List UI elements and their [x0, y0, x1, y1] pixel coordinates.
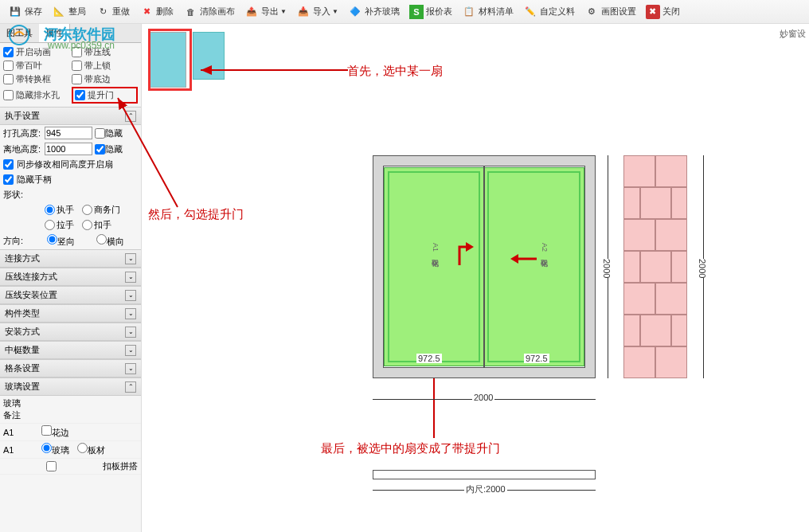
panel-tabs: 图工具 属性	[0, 24, 141, 43]
custom-button[interactable]: ✏️自定义料	[518, 5, 580, 19]
tab-properties[interactable]: 属性	[39, 24, 70, 42]
dropdown-icon: ▼	[280, 8, 287, 15]
glass-radio[interactable]: 玻璃	[41, 443, 69, 456]
main-toolbar: 💾保存 📐整局 ↻重做 ✖删除 🗑清除画布 📤导出▼ 📥导入▼ 🔷补齐玻璃 S报…	[0, 0, 809, 24]
plan-profile	[373, 470, 596, 479]
thumbnail-1[interactable]	[150, 32, 186, 88]
huabian-check[interactable]: 花边	[41, 425, 69, 439]
sash-label-2: A2 双钢化	[539, 243, 549, 254]
dir-label: 方向:	[3, 235, 44, 247]
annotation-last: 最后，被选中的扇变成了带提升门	[321, 441, 500, 456]
dir-horizontal[interactable]: 横向	[96, 234, 138, 248]
glass-section[interactable]: 玻璃设置⌃	[0, 377, 141, 396]
panel-radio[interactable]: 板材	[77, 443, 105, 456]
annotation-first: 首先，选中某一扇	[347, 64, 443, 79]
ground-height-input[interactable]	[45, 143, 92, 155]
shape-pull[interactable]: 拉手	[45, 219, 74, 231]
save-icon: 💾	[8, 5, 22, 19]
annotation-then: 然后，勾选提升门	[148, 207, 244, 222]
handle-section-header[interactable]: 执手设置⌃	[0, 107, 141, 125]
dim-sash-right: 972.5	[524, 354, 549, 363]
hole-height-row: 打孔高度: 隐藏	[0, 125, 141, 141]
design-canvas[interactable]: 首先，选中某一扇 然后，勾选提升门 最后，被选中的扇变成了带提升门 A1 双钢化…	[142, 24, 809, 532]
delete-button[interactable]: ✖删除	[135, 5, 178, 19]
expand-icon: ⌄	[125, 272, 136, 283]
thumbnail-2[interactable]	[193, 32, 225, 80]
check-lock[interactable]: 带上锁	[72, 60, 139, 72]
expand-icon: ⌄	[125, 327, 136, 338]
a1-huabian-row: A1 花边	[0, 424, 141, 441]
save-button[interactable]: 💾保存	[3, 5, 47, 19]
clear-button[interactable]: 🗑清除画布	[178, 5, 240, 19]
hole-height-hide[interactable]	[95, 128, 105, 139]
hole-height-input[interactable]	[45, 127, 92, 139]
shape-handle[interactable]: 执手	[45, 204, 74, 216]
quote-button[interactable]: S报价表	[404, 5, 457, 19]
sync-row[interactable]: 同步修改相同高度开启扇	[0, 157, 141, 172]
expand-icon: ⌄	[125, 308, 136, 319]
glass-note-row: 玻璃备注	[0, 396, 141, 424]
import-button[interactable]: 📥导入▼	[291, 5, 343, 19]
glass-note-input[interactable]	[28, 405, 138, 414]
mullion	[483, 166, 485, 367]
dim-height-2: 2000	[696, 259, 709, 278]
export-icon: 📤	[244, 5, 259, 19]
mullion-section[interactable]: 中梃数量⌄	[0, 341, 141, 359]
koubanpin-row[interactable]: 扣板拼搭	[0, 459, 141, 475]
dim-height: 2000	[600, 259, 613, 278]
press-connect-section[interactable]: 压线连接方式⌄	[0, 268, 141, 286]
import-icon: 📥	[296, 5, 311, 19]
sash-left[interactable]: A1 双钢化	[384, 167, 484, 366]
material-icon: 📋	[462, 5, 476, 19]
check-lift-door[interactable]: 提升门	[72, 87, 139, 104]
custom-icon: ✏️	[523, 5, 537, 19]
hide-handle-row[interactable]: 隐藏手柄	[0, 172, 141, 187]
expand-icon: ⌄	[125, 345, 136, 356]
grid-section[interactable]: 格条设置⌄	[0, 359, 141, 377]
check-bottom[interactable]: 带底边	[72, 73, 139, 85]
expand-icon: ⌄	[125, 363, 136, 374]
frame[interactable]: A1 双钢化 A2 双钢化	[373, 155, 596, 378]
wall-section	[623, 155, 687, 378]
collapse-icon: ⌃	[125, 381, 136, 393]
member-type-section[interactable]: 构件类型⌄	[0, 304, 141, 323]
properties-panel: 图工具 属性 开启动画 带压线 带百叶 带上锁 带转换框 带底边 隐藏排水孔 提…	[0, 24, 142, 532]
settings-button[interactable]: ⚙画图设置	[580, 5, 641, 19]
export-button[interactable]: 📤导出▼	[240, 5, 291, 19]
install-type-section[interactable]: 安装方式⌄	[0, 323, 141, 341]
expand-icon: ⌄	[125, 253, 136, 264]
clear-icon: 🗑	[183, 5, 197, 19]
close-button[interactable]: ✖关闭	[641, 5, 685, 19]
shape-buckle[interactable]: 扣手	[82, 219, 111, 231]
material-button[interactable]: 📋材料清单	[457, 5, 518, 19]
press-pos-section[interactable]: 压线安装位置⌄	[0, 286, 141, 304]
gear-icon: ⚙	[584, 5, 599, 19]
check-louver[interactable]: 带百叶	[3, 60, 70, 72]
shape-label: 形状:	[3, 189, 45, 201]
close-icon: ✖	[646, 5, 660, 19]
redo-button[interactable]: ↻重做	[91, 5, 135, 19]
glass-button[interactable]: 🔷补齐玻璃	[343, 5, 404, 19]
dir-vertical[interactable]: 竖向	[47, 234, 88, 248]
check-pressline[interactable]: 带压线	[72, 46, 139, 58]
check-convert[interactable]: 带转换框	[3, 73, 70, 85]
layout-button[interactable]: 📐整局	[47, 5, 91, 19]
check-drain[interactable]: 隐藏排水孔	[3, 87, 70, 104]
ground-height-row: 离地高度: 隐藏	[0, 141, 141, 157]
delete-icon: ✖	[139, 5, 154, 19]
quote-icon: S	[409, 5, 424, 19]
lift-arrow-icon	[444, 237, 475, 269]
ground-height-hide[interactable]	[95, 144, 105, 155]
tab-tools[interactable]: 图工具	[0, 24, 39, 42]
connect-section[interactable]: 连接方式⌄	[0, 249, 141, 268]
dim-inner: 内尺:2000	[464, 483, 507, 495]
collapse-icon: ⌃	[125, 111, 136, 122]
shape-radios: 执手 商务门 拉手 扣手	[0, 202, 141, 233]
slide-arrow-icon	[509, 251, 541, 267]
a1-glass-row: A1 玻璃 板材	[0, 441, 141, 459]
check-animation[interactable]: 开启动画	[3, 46, 70, 58]
expand-icon: ⌄	[125, 290, 136, 301]
sash-right[interactable]: A2 双钢化	[484, 167, 584, 366]
thumbnail-row	[150, 32, 225, 88]
shape-business[interactable]: 商务门	[82, 204, 120, 216]
